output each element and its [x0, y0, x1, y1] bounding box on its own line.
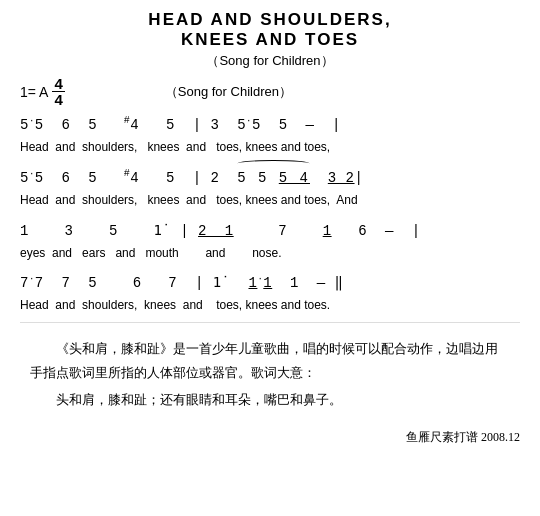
staff-4-notes: 7·7 7 5 6 7 | 1̇ 1·1 1 — ‖ [20, 269, 520, 297]
time-signature: 4 4 [52, 76, 64, 107]
staff-3: 1 3 5 1̇ | 2 1 7 1 6 — | eyes and ears a… [20, 217, 520, 262]
time-top: 4 [52, 76, 64, 92]
title-line2: KNEES AND TOES [20, 30, 520, 50]
staff-4-lyrics: Head and shoulders, knees and toes, knee… [20, 297, 520, 314]
staff-4: 7·7 7 5 6 7 | 1̇ 1·1 1 — ‖ Head and shou… [20, 269, 520, 314]
staff-2-lyrics: Head and shoulders, knees and toes, knee… [20, 192, 520, 209]
staff-1-notes: 5·5 6 5 #4 5 | 3 5·5 5 — | [20, 111, 520, 139]
explanation-p2: 头和肩，膝和趾；还有眼睛和耳朵，嘴巴和鼻子。 [30, 388, 510, 411]
title-line1: HEAD AND SHOULDERS, [20, 10, 520, 30]
explanation-p1: 《头和肩，膝和趾》是一首少年儿童歌曲，唱的时候可以配合动作，边唱边用手指点歌词里… [30, 337, 510, 384]
staff-1-lyrics: Head and shoulders, knees and toes, knee… [20, 139, 520, 156]
divider [20, 322, 520, 323]
key-signature: 1= A 4 4 （Song for Children） [20, 76, 520, 107]
title-section: HEAD AND SHOULDERS, KNEES AND TOES （Song… [20, 10, 520, 70]
staff-2-notes: 5·5 6 5 #4 5 | 2 5 5 5 4 3 2| [20, 164, 520, 192]
staff-3-lyrics: eyes and ears and mouth and nose. [20, 245, 520, 262]
staff-2: 5·5 6 5 #4 5 | 2 5 5 5 4 3 2| Head and s… [20, 164, 520, 209]
subtitle-inline: （Song for Children） [165, 83, 292, 101]
staff-3-notes: 1 3 5 1̇ | 2 1 7 1 6 — | [20, 217, 520, 245]
explanation: 《头和肩，膝和趾》是一首少年儿童歌曲，唱的时候可以配合动作，边唱边用手指点歌词里… [20, 331, 520, 421]
attribution: 鱼雁尺素打谱 2008.12 [20, 429, 520, 446]
time-bottom: 4 [52, 92, 64, 107]
subtitle: （Song for Children） [20, 52, 520, 70]
key-label: 1= A [20, 84, 48, 100]
staff-1: 5·5 6 5 #4 5 | 3 5·5 5 — | Head and shou… [20, 111, 520, 156]
